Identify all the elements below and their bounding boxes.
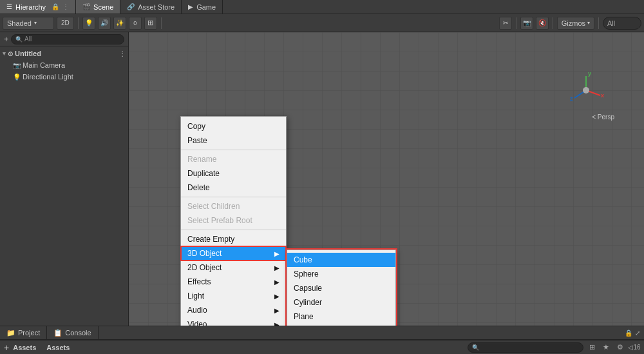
untitled-menu-icon[interactable]: ⋮ [119, 50, 126, 57]
menu-item-2d-object[interactable]: 2D Object ▶ [181, 261, 286, 275]
tab-project[interactable]: 📁 Project [0, 326, 47, 340]
menu-item-audio[interactable]: Audio ▶ [181, 303, 286, 317]
search-label: All [607, 19, 615, 27]
zero-icon-btn[interactable]: 0 [129, 17, 142, 30]
audio-toggle-btn[interactable]: 🔊 [98, 17, 111, 30]
untitled-scene-icon: ⊙ [8, 50, 13, 57]
tab-asset-store-label: Asset Store [138, 3, 175, 11]
rename-label: Rename [187, 155, 216, 164]
svg-point-6 [583, 87, 589, 93]
cube-label: Cube [294, 255, 312, 264]
game-icon: ▶ [188, 3, 193, 10]
status-icon-1[interactable]: ⊞ [586, 342, 598, 353]
menu-item-rename: Rename [181, 152, 286, 166]
gizmo-indicator: y x z [567, 71, 605, 110]
menu-item-paste[interactable]: Paste [181, 133, 286, 148]
menu-item-delete[interactable]: Delete [181, 181, 286, 195]
main-camera-label: Main Camera [23, 61, 65, 69]
collapse-icon[interactable]: 🔒 [625, 329, 632, 337]
audio-label: Audio [187, 306, 207, 315]
light-menu-label: Light [187, 291, 204, 300]
hierarchy-item-directional-light[interactable]: 💡 Directional Light [0, 71, 128, 83]
hierarchy-item-untitled[interactable]: ▾ ⊙ Untitled ⋮ [0, 48, 128, 59]
2d-button[interactable]: 2D [57, 17, 74, 30]
gizmos-dropdown[interactable]: Gizmos ▾ [557, 17, 594, 30]
menu-item-effects[interactable]: Effects ▶ [181, 275, 286, 289]
copy-label: Copy [187, 122, 205, 131]
paste-label: Paste [187, 136, 207, 145]
submenu-item-cube[interactable]: Cube [287, 253, 395, 267]
assets-add-btn[interactable]: + [4, 342, 9, 353]
capsule-label: Capsule [294, 284, 322, 293]
hierarchy-content: ▾ ⊙ Untitled ⋮ 📷 Main Camera 💡 Direction… [0, 46, 128, 326]
bottom-search-icon: 🔍 [472, 344, 479, 351]
directional-light-label: Directional Light [23, 73, 73, 81]
assets-area: + Assets Assets 🔍 ⊞ ★ ⚙ ◁16 [0, 340, 644, 354]
3d-object-label: 3D Object [187, 249, 222, 258]
video-arrow-icon: ▶ [274, 321, 279, 326]
submenu-item-cylinder[interactable]: Cylinder [287, 295, 395, 310]
shaded-dropdown[interactable]: Shaded ▾ [3, 17, 54, 30]
submenu-item-plane[interactable]: Plane [287, 310, 395, 324]
toolbar-sep-3 [516, 17, 516, 29]
status-icon-3[interactable]: ⚙ [614, 342, 626, 353]
tab-console[interactable]: 📋 Console [47, 326, 98, 340]
mute-btn[interactable]: 🔇 [536, 17, 549, 30]
menu-sep-3 [181, 230, 286, 230]
maximize-icon[interactable]: ⤢ [635, 329, 640, 337]
context-menu: Copy Paste Rename Duplicate Delete Selec… [180, 116, 287, 326]
fx-toggle-btn[interactable]: ✨ [113, 17, 126, 30]
svg-text:y: y [588, 71, 591, 77]
hierarchy-item-main-camera[interactable]: 📷 Main Camera [0, 59, 128, 71]
cam-btn[interactable]: 📷 [520, 17, 533, 30]
tab-scene[interactable]: 🎬 Scene [76, 0, 120, 14]
hierarchy-header: + 🔍 All [0, 32, 128, 46]
menu-sep-1 [181, 150, 286, 150]
video-label: Video [187, 320, 207, 326]
svg-text:z: z [570, 95, 573, 102]
grid-btn[interactable]: ⊞ [144, 17, 157, 30]
light-toggle-btn[interactable]: 💡 [82, 17, 95, 30]
menu-item-copy[interactable]: Copy [181, 119, 286, 133]
menu-item-create-empty[interactable]: Create Empty [181, 232, 286, 246]
submenu-item-quad[interactable]: Quad [287, 324, 395, 326]
cylinder-label: Cylinder [294, 298, 322, 307]
status-icon-4: ◁16 [629, 342, 640, 353]
menu-item-select-children: Select Children [181, 199, 286, 213]
menu-item-duplicate[interactable]: Duplicate [181, 166, 286, 181]
audio-arrow-icon: ▶ [274, 307, 279, 314]
tools-btn[interactable]: ✂ [499, 17, 512, 30]
light-icon: 💡 [13, 74, 21, 81]
toolbar-sep-2 [161, 17, 162, 29]
submenu-item-capsule[interactable]: Capsule [287, 281, 395, 295]
hierarchy-lock-icon[interactable]: 🔒 [52, 3, 59, 10]
assets-label: Assets [13, 344, 36, 351]
camera-icon: 📷 [13, 62, 21, 69]
scene-view[interactable]: y x z < Persp Copy Paste [129, 32, 644, 326]
bottom-search[interactable]: 🔍 [468, 342, 583, 353]
shaded-label: Shaded [7, 19, 32, 27]
gizmos-arrow-icon: ▾ [587, 20, 590, 26]
scene-icon: 🎬 [82, 3, 90, 10]
plane-label: Plane [294, 312, 314, 321]
scene-toolbar: Shaded ▾ 2D 💡 🔊 ✨ 0 ⊞ ✂ 📷 🔇 Gizmos ▾ All [0, 14, 644, 32]
tab-asset-store[interactable]: 🔗 Asset Store [120, 0, 182, 14]
tab-game[interactable]: ▶ Game [182, 0, 223, 14]
scene-search[interactable]: All [603, 17, 641, 30]
submenu-item-sphere[interactable]: Sphere [287, 267, 395, 281]
hierarchy-search[interactable]: 🔍 All [11, 34, 124, 44]
hierarchy-menu-icon[interactable]: ⋮ [62, 3, 69, 10]
console-icon: 📋 [53, 329, 62, 337]
submenu-3d-object: Cube Sphere Capsule Cylinder Plane Quad … [287, 250, 396, 326]
tab-hierarchy[interactable]: ☰ Hierarchy 🔒 ⋮ [0, 0, 76, 14]
menu-item-3d-object[interactable]: 3D Object ▶ [181, 246, 286, 261]
status-icon-2[interactable]: ★ [600, 342, 612, 353]
untitled-arrow: ▾ [3, 50, 6, 57]
create-empty-label: Create Empty [187, 235, 234, 244]
2d-object-arrow-icon: ▶ [274, 264, 279, 271]
hierarchy-add-btn[interactable]: + [4, 35, 8, 44]
menu-item-light[interactable]: Light ▶ [181, 289, 286, 303]
asset-store-icon: 🔗 [127, 3, 135, 10]
menu-item-video[interactable]: Video ▶ [181, 317, 286, 326]
menu-sep-2 [181, 197, 286, 197]
